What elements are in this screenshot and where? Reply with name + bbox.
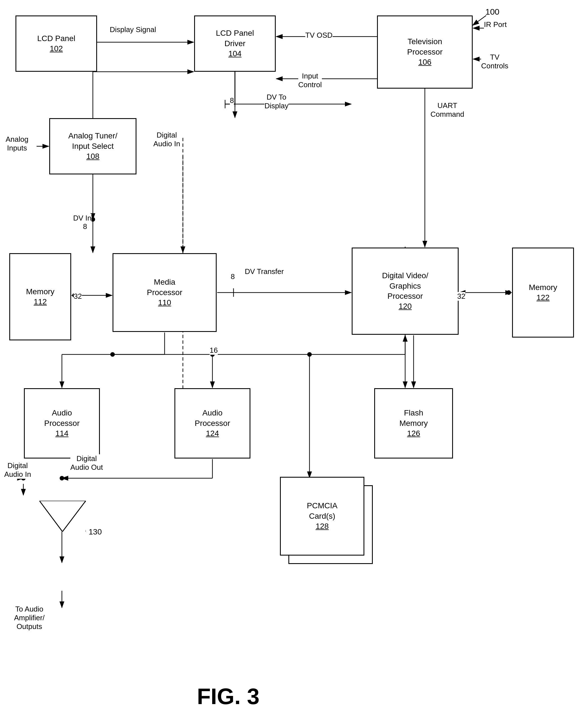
lcd-driver-label: LCD PanelDriver [216, 28, 254, 49]
digital-audio-out-label: DigitalAudio Out [70, 454, 103, 472]
flash-memory-label: FlashMemory [399, 408, 428, 428]
svg-marker-56 [40, 501, 86, 532]
dv-graphics-box: Digital Video/GraphicsProcessor 120 [352, 248, 459, 335]
dv-transfer-label: DV Transfer [245, 267, 284, 276]
to-audio-amp-label: To AudioAmplifier/Outputs [14, 605, 45, 631]
ref-100: 100 [485, 7, 499, 17]
lcd-panel-label: LCD Panel [37, 33, 75, 44]
audio-proc-114-label: AudioProcessor [44, 408, 80, 428]
digital-audio-in-left-label: DigitalAudio In [4, 461, 31, 479]
audio-proc-124-label: AudioProcessor [195, 408, 230, 428]
fig3-label: FIG. 3 [197, 683, 259, 709]
ir-port-label: IR Port [484, 20, 507, 29]
analog-inputs-label: AnalogInputs [6, 135, 28, 153]
lcd-driver-num: 104 [228, 49, 242, 59]
bus32-2-label: 32 [457, 292, 465, 301]
pcmcia-box: PCMCIACard(s) 128 [280, 477, 364, 555]
dv-graphics-num: 120 [399, 301, 412, 311]
arrows-svg [0, 0, 581, 728]
tv-controls-label: TVControls [481, 53, 508, 70]
dv-to-display-label: DV ToDisplay [264, 93, 288, 110]
svg-point-35 [307, 352, 312, 357]
analog-tuner-num: 108 [86, 151, 100, 161]
analog-tuner-label: Analog Tuner/Input Select [68, 131, 117, 151]
tv-processor-num: 106 [419, 57, 432, 67]
lcd-driver-box: LCD PanelDriver 104 [194, 16, 276, 72]
lcd-panel-box: LCD Panel 102 [16, 16, 97, 72]
media-processor-num: 110 [158, 297, 171, 308]
audio-proc-114-num: 114 [55, 428, 69, 439]
svg-point-28 [506, 290, 511, 295]
memory-112-label: Memory [26, 287, 54, 297]
svg-point-33 [110, 352, 115, 357]
memory-122-label: Memory [529, 282, 557, 292]
media-processor-label: MediaProcessor [147, 277, 182, 297]
mixer-130-label: 130 [89, 527, 102, 537]
audio-proc-124-num: 124 [206, 428, 219, 439]
dv-graphics-label: Digital Video/GraphicsProcessor [382, 270, 428, 301]
bus8-2-label: 8 [231, 272, 235, 281]
digital-audio-in-top-label: DigitalAudio In [153, 131, 180, 148]
bus32-1-label: 32 [74, 292, 82, 301]
uart-command-label: UARTCommand [430, 101, 464, 119]
memory-112-num: 112 [34, 297, 47, 307]
pcmcia-label: PCMCIACard(s) [307, 501, 338, 521]
flash-memory-box: FlashMemory 126 [374, 388, 453, 459]
pcmcia-num: 128 [316, 521, 329, 531]
flash-memory-num: 126 [407, 428, 420, 439]
tv-osd-label: TV OSD [305, 31, 333, 40]
audio-proc-114-box: AudioProcessor 114 [24, 388, 100, 459]
dv-in-label: DV In [73, 214, 92, 223]
media-processor-box: MediaProcessor 110 [112, 253, 217, 332]
memory-122-box: Memory 122 [512, 248, 574, 338]
analog-tuner-box: Analog Tuner/Input Select 108 [49, 118, 136, 175]
memory-122-num: 122 [536, 292, 550, 303]
bus8-1-label: 8 [83, 222, 87, 231]
mixer-symbol [40, 501, 86, 532]
lcd-panel-num: 102 [50, 44, 63, 54]
memory-112-box: Memory 112 [9, 253, 71, 340]
tv-processor-box: TelevisionProcessor 106 [377, 16, 473, 88]
display-signal-label: Display Signal [110, 25, 156, 34]
bus16-label: 16 [210, 346, 218, 355]
svg-point-46 [60, 476, 64, 480]
tv-processor-label: TelevisionProcessor [407, 36, 443, 57]
diagram: LCD Panel 102 LCD PanelDriver 104 Televi… [0, 0, 581, 728]
bus8-dv-label: 8 [230, 96, 234, 105]
input-control-label: InputControl [298, 72, 322, 89]
audio-proc-124-box: AudioProcessor 124 [174, 388, 250, 459]
